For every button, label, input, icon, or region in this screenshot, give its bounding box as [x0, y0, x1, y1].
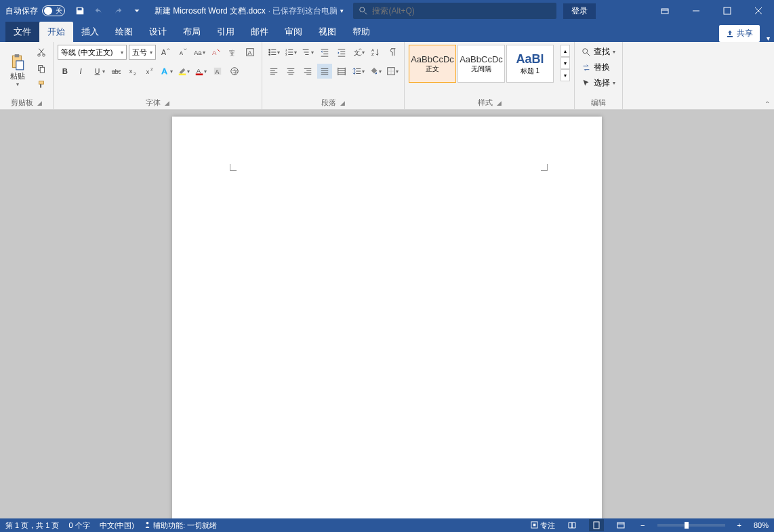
- group-label-paragraph: 段落: [321, 98, 336, 108]
- tab-home[interactable]: 开始: [39, 22, 73, 42]
- svg-text:A: A: [216, 68, 220, 75]
- maximize-button[interactable]: [712, 0, 743, 22]
- document-title[interactable]: 新建 Microsoft Word 文档.docx · 已保存到这台电脑 ▾: [155, 5, 344, 17]
- align-justify-button[interactable]: [317, 64, 332, 79]
- line-spacing-button[interactable]: ▾: [351, 64, 366, 79]
- gallery-more[interactable]: ▾: [561, 69, 570, 81]
- replace-button[interactable]: 替换: [579, 60, 618, 75]
- show-marks-button[interactable]: [385, 45, 400, 60]
- font-launcher[interactable]: ◢: [165, 100, 169, 106]
- select-button[interactable]: 选择▾: [579, 76, 618, 90]
- page[interactable]: [172, 117, 602, 518]
- tab-layout[interactable]: 布局: [175, 22, 209, 42]
- styles-launcher[interactable]: ◢: [497, 100, 502, 106]
- shading-button[interactable]: ▾: [368, 64, 383, 79]
- find-button[interactable]: 查找▾: [579, 45, 618, 59]
- underline-button[interactable]: U▾: [91, 64, 106, 79]
- tab-design[interactable]: 设计: [141, 22, 175, 42]
- accessibility-status[interactable]: 辅助功能: 一切就绪: [144, 520, 217, 531]
- gallery-down[interactable]: ▾: [561, 57, 570, 69]
- login-button[interactable]: 登录: [563, 3, 596, 19]
- tab-file[interactable]: 文件: [5, 22, 39, 42]
- close-button[interactable]: [743, 0, 774, 22]
- word-count[interactable]: 0 个字: [68, 520, 89, 531]
- tab-mailings[interactable]: 邮件: [243, 22, 277, 42]
- zoom-out-button[interactable]: −: [638, 521, 647, 529]
- grow-font-button[interactable]: A: [158, 45, 173, 60]
- shrink-font-button[interactable]: A: [175, 45, 190, 60]
- align-right-button[interactable]: [300, 64, 315, 79]
- text-effects-button[interactable]: A▾: [159, 64, 174, 79]
- focus-icon: [531, 521, 538, 529]
- tab-references[interactable]: 引用: [209, 22, 243, 42]
- page-number[interactable]: 第 1 页，共 1 页: [5, 520, 59, 531]
- tab-view[interactable]: 视图: [310, 22, 344, 42]
- sort-button[interactable]: AZ: [368, 45, 383, 60]
- align-center-button[interactable]: [283, 64, 298, 79]
- borders-button[interactable]: ▾: [385, 64, 400, 79]
- svg-text:A: A: [161, 48, 166, 56]
- redo-button[interactable]: [108, 1, 127, 20]
- superscript-button[interactable]: x2: [142, 64, 157, 79]
- read-mode-button[interactable]: [565, 519, 579, 531]
- gallery-up[interactable]: ▴: [561, 45, 570, 57]
- search-box[interactable]: [353, 3, 556, 19]
- focus-mode[interactable]: 专注: [531, 520, 555, 531]
- strikethrough-button[interactable]: abc: [108, 64, 123, 79]
- share-dropdown[interactable]: ▾: [762, 35, 774, 42]
- phonetic-guide-button[interactable]: wén文: [226, 45, 241, 60]
- clear-formatting-button[interactable]: A: [209, 45, 224, 60]
- language[interactable]: 中文(中国): [100, 520, 134, 531]
- font-color-button[interactable]: A▾: [193, 64, 208, 79]
- character-border-button[interactable]: A: [243, 45, 258, 60]
- undo-button[interactable]: [89, 1, 108, 20]
- tab-draw[interactable]: 绘图: [107, 22, 141, 42]
- web-layout-button[interactable]: [613, 519, 628, 531]
- subscript-button[interactable]: x2: [125, 64, 140, 79]
- copy-button[interactable]: [34, 61, 49, 76]
- toggle-switch[interactable]: 关: [42, 5, 65, 16]
- zoom-slider[interactable]: [657, 524, 725, 527]
- multilevel-list-button[interactable]: ▾: [300, 45, 315, 60]
- font-size-combo[interactable]: 五号▾: [129, 45, 156, 60]
- font-name-combo[interactable]: 等线 (中文正文)▾: [58, 45, 127, 60]
- save-button[interactable]: [70, 1, 89, 20]
- autosave-toggle[interactable]: 自动保存 关: [0, 5, 70, 17]
- italic-button[interactable]: I: [75, 64, 89, 79]
- collapse-ribbon-button[interactable]: ⌃: [765, 100, 770, 108]
- svg-point-45: [583, 48, 588, 53]
- paragraph-launcher[interactable]: ◢: [340, 100, 345, 106]
- cut-button[interactable]: [34, 45, 49, 60]
- bullets-button[interactable]: ▾: [266, 45, 281, 60]
- paste-button[interactable]: 粘贴 ▾: [4, 45, 31, 96]
- format-painter-button[interactable]: [34, 77, 49, 92]
- style-heading1[interactable]: AaBl 标题 1: [506, 45, 554, 83]
- increase-indent-button[interactable]: [334, 45, 349, 60]
- decrease-indent-button[interactable]: [317, 45, 332, 60]
- ribbon-display-button[interactable]: [649, 0, 680, 22]
- bold-button[interactable]: B: [58, 64, 73, 79]
- zoom-in-button[interactable]: +: [735, 521, 744, 529]
- asian-layout-button[interactable]: 文▾: [351, 45, 366, 60]
- replace-icon: [582, 63, 591, 73]
- numbering-button[interactable]: 123▾: [283, 45, 298, 60]
- highlight-button[interactable]: ▾: [176, 64, 191, 79]
- tab-insert[interactable]: 插入: [73, 22, 107, 42]
- tab-help[interactable]: 帮助: [344, 22, 378, 42]
- minimize-button[interactable]: [680, 0, 712, 22]
- search-input[interactable]: [372, 6, 551, 16]
- align-distributed-button[interactable]: [334, 64, 349, 79]
- document-area[interactable]: [0, 110, 774, 518]
- qat-customize[interactable]: [127, 1, 146, 20]
- zoom-level[interactable]: 80%: [754, 521, 769, 529]
- style-normal[interactable]: AaBbCcDc 正文: [409, 45, 456, 83]
- tab-review[interactable]: 审阅: [277, 22, 310, 42]
- clipboard-launcher[interactable]: ◢: [37, 100, 42, 106]
- print-layout-button[interactable]: [589, 519, 604, 531]
- share-button[interactable]: 共享: [719, 25, 760, 42]
- align-left-button[interactable]: [266, 64, 281, 79]
- change-case-button[interactable]: Aa▾: [192, 45, 207, 60]
- enclose-characters-button[interactable]: 字: [227, 64, 242, 79]
- character-shading-button[interactable]: A: [210, 64, 225, 79]
- style-no-spacing[interactable]: AaBbCcDc 无间隔: [457, 45, 505, 83]
